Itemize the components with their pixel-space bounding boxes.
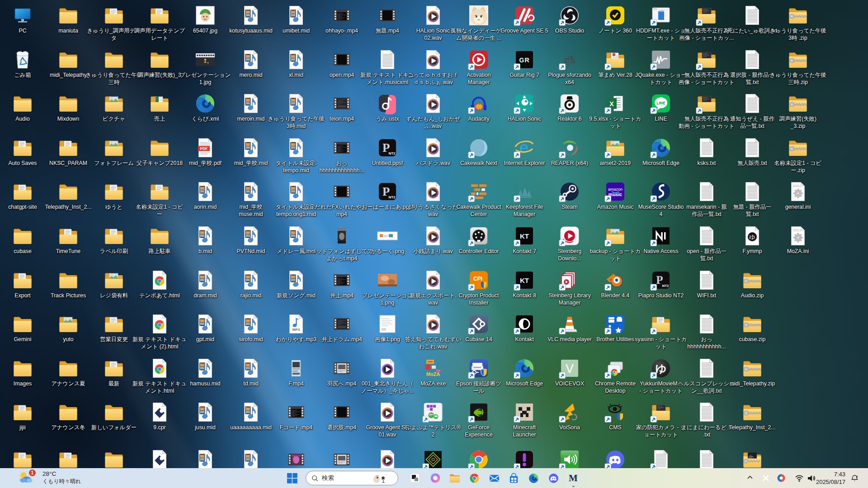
svg-text:z: z bbox=[856, 475, 858, 478]
